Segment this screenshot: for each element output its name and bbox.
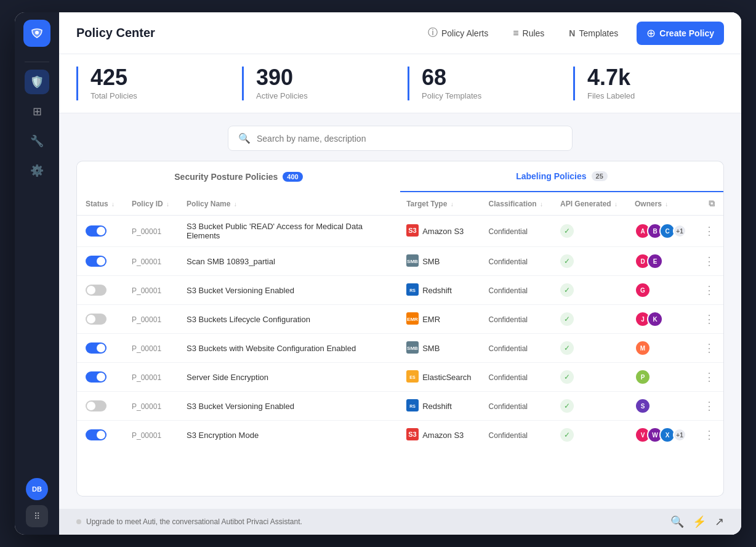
col-owners[interactable]: Owners ↓	[626, 192, 695, 216]
policy-toggle[interactable]	[86, 225, 107, 237]
stat-templates-number: 68	[422, 67, 546, 89]
more-options-button[interactable]: ⋮	[704, 225, 715, 237]
col-target-type[interactable]: Target Type ↓	[398, 192, 480, 216]
cell-classification: Confidential	[480, 334, 552, 363]
stat-active: 390 Active Policies	[242, 67, 393, 100]
classification-value: Confidential	[489, 373, 528, 382]
target-type-value: Amazon S3	[422, 227, 464, 236]
bottom-icons: 🔍 ⚡ ↗	[670, 515, 724, 529]
cell-policy-name: Server Side Encryption	[178, 363, 398, 392]
policy-toggle[interactable]	[86, 400, 107, 411]
owners-plus-badge: +1	[673, 428, 686, 442]
policy-toggle[interactable]	[86, 342, 107, 354]
templates-button[interactable]: N Templates	[563, 25, 624, 42]
col-status[interactable]: Status ↓	[77, 192, 123, 216]
cell-api-generated: ✓	[552, 276, 626, 305]
api-check-icon: ✓	[560, 312, 574, 326]
table-container: Status ↓ Policy ID ↓ Policy Name ↓ Targe…	[76, 192, 724, 496]
search-bottom-icon[interactable]: 🔍	[670, 515, 684, 529]
share-bottom-icon[interactable]: ↗	[715, 515, 724, 529]
table-row: P_00001 S3 Buckets Lifecycle Configurati…	[77, 305, 723, 334]
app-logo[interactable]	[23, 20, 50, 47]
owner-avatar: S	[635, 398, 651, 414]
rules-label: Rules	[523, 28, 545, 38]
cell-owners: G	[626, 276, 695, 305]
policy-toggle[interactable]	[86, 314, 107, 325]
tab-security[interactable]: Security Posture Policies 400	[77, 161, 400, 192]
more-options-button[interactable]: ⋮	[704, 313, 715, 325]
policy-toggle[interactable]	[86, 285, 107, 296]
cell-owners: D E	[626, 247, 695, 276]
target-badge: EMR EMR	[406, 312, 471, 326]
cell-policy-id: P_00001	[123, 421, 178, 450]
col-api-generated[interactable]: API Generated ↓	[552, 192, 626, 216]
col-classification[interactable]: Classification ↓	[480, 192, 552, 216]
policy-alerts-label: Policy Alerts	[441, 28, 488, 38]
target-badge: RS Redshift	[406, 283, 471, 298]
policy-toggle[interactable]	[86, 371, 107, 383]
sidebar-item-shield[interactable]: 🛡️	[25, 70, 49, 94]
more-options-button[interactable]: ⋮	[704, 429, 715, 441]
target-type-value: SMB	[422, 257, 440, 266]
target-icon: ES	[406, 370, 419, 384]
tab-security-label: Security Posture Policies	[174, 172, 278, 182]
cell-api-generated: ✓	[552, 363, 626, 392]
owners-cell: P	[635, 369, 686, 385]
templates-icon: N	[569, 28, 575, 38]
cell-status	[77, 216, 123, 247]
sidebar-item-settings[interactable]: ⚙️	[25, 158, 49, 183]
policy-toggle[interactable]	[86, 256, 107, 267]
target-badge: RS Redshift	[406, 399, 471, 413]
policy-name-value: S3 Bucket Versioning Enabled	[187, 286, 294, 295]
more-options-button[interactable]: ⋮	[704, 371, 715, 383]
table-row: P_00001 S3 Buckets with Website Configur…	[77, 334, 723, 363]
cell-target-type: ES ElasticSearch	[398, 363, 480, 392]
owner-avatar: E	[647, 253, 663, 269]
cell-policy-name: S3 Buckets Lifecycle Configuration	[178, 305, 398, 334]
policy-alerts-button[interactable]: ⓘ Policy Alerts	[422, 23, 494, 43]
policy-id-value: P_00001	[132, 344, 161, 353]
create-policy-button[interactable]: ⊕ Create Policy	[637, 22, 724, 45]
chat-message: Upgrade to meet Auti, the conversational…	[76, 517, 302, 526]
filter-bottom-icon[interactable]: ⚡	[693, 515, 706, 529]
stat-active-number: 390	[256, 67, 380, 89]
content-area: 🔍 Security Posture Policies 400 Labeling…	[59, 113, 741, 509]
user-avatar[interactable]: DB	[26, 478, 48, 500]
sidebar: 🛡️ ⊞ 🔧 ⚙️ DB ⠿	[15, 12, 59, 535]
target-badge: S3 Amazon S3	[406, 224, 471, 238]
more-options-button[interactable]: ⋮	[704, 400, 715, 412]
more-options-button[interactable]: ⋮	[704, 284, 715, 296]
tab-labeling[interactable]: Labeling Policies 25	[400, 161, 723, 192]
stat-templates-label: Policy Templates	[422, 91, 546, 100]
cell-more: ⋮	[695, 392, 723, 421]
policy-toggle[interactable]	[86, 429, 107, 440]
main-content: Policy Center ⓘ Policy Alerts ≡ Rules N …	[59, 12, 741, 535]
policy-id-value: P_00001	[132, 431, 161, 440]
cell-policy-id: P_00001	[123, 305, 178, 334]
sidebar-item-dashboard[interactable]: ⊞	[25, 99, 49, 124]
target-badge: S3 Amazon S3	[406, 428, 471, 442]
target-type-value: Redshift	[422, 286, 452, 295]
target-icon: RS	[406, 283, 419, 298]
sidebar-apps-icon[interactable]: ⠿	[26, 505, 48, 527]
col-policy-name[interactable]: Policy Name ↓	[178, 192, 398, 216]
target-icon: EMR	[406, 312, 419, 326]
col-policy-id[interactable]: Policy ID ↓	[123, 192, 178, 216]
owners-cell: M	[635, 340, 686, 356]
classification-value: Confidential	[489, 402, 528, 411]
target-icon: S3	[406, 224, 419, 238]
stat-active-label: Active Policies	[256, 91, 380, 100]
cell-classification: Confidential	[480, 392, 552, 421]
header-actions: ⓘ Policy Alerts ≡ Rules N Templates ⊕ Cr…	[422, 22, 724, 45]
policy-name-value: S3 Encryption Mode	[187, 431, 259, 440]
rules-button[interactable]: ≡ Rules	[507, 24, 550, 43]
cell-target-type: EMR EMR	[398, 305, 480, 334]
api-check-icon: ✓	[560, 370, 574, 384]
search-input[interactable]	[257, 134, 562, 144]
more-options-button[interactable]: ⋮	[704, 342, 715, 354]
copy-icon[interactable]: ⧉	[709, 198, 715, 208]
more-options-button[interactable]: ⋮	[704, 255, 715, 267]
sidebar-item-tools[interactable]: 🔧	[25, 129, 49, 153]
owner-avatar: K	[647, 311, 663, 327]
table-row: P_00001 S3 Bucket Public 'READ' Access f…	[77, 216, 723, 247]
